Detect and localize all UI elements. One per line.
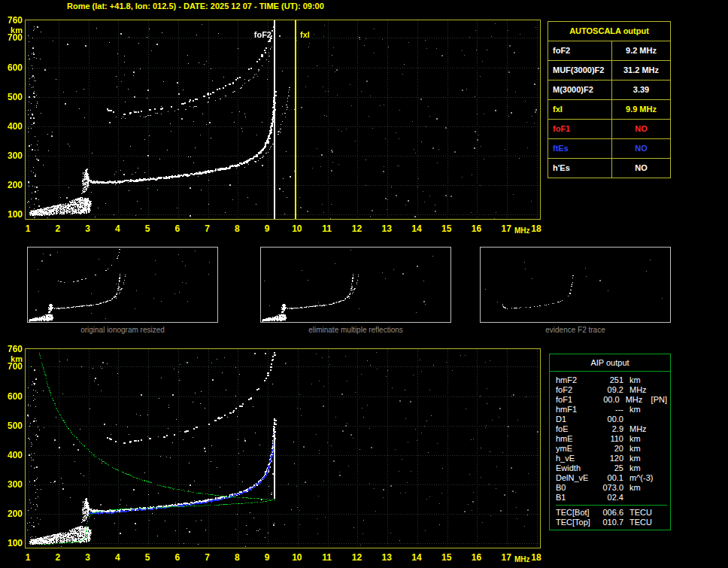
aip-cell-n: TEC[Bot] [556,508,598,518]
aip-cell-n: DelN_vE [556,473,598,483]
autoscala-row-hes: h'EsNO [548,158,670,178]
aip-row-hmf2: hmF2251km [556,375,667,385]
aip-cell-n: TEC[Top] [556,518,598,527]
autoscala-row-label: fxI [548,100,611,119]
aip-cell-u: MHz [629,424,655,434]
x-axis-tick: 11 [319,552,335,563]
aip-cell-n: Ewidth [556,463,598,473]
autoscala-row-value: 9.9 MHz [611,100,670,119]
aip-cell-u: MHz [626,395,650,405]
y-axis-tick: 500 [2,92,23,102]
autoscala-row-value: 3.39 [611,80,670,99]
aip-cell-n: hmE [556,434,598,444]
aip-row-hmf1: hmF1---km [556,405,667,415]
x-axis-tick: 5 [139,552,156,563]
aip-cell-v: 2.9 [598,424,623,434]
aip-row-b1: B102.4 [556,493,667,503]
aip-cell-v: 20 [598,444,623,454]
aip-cell-u: km [629,444,655,454]
aip-row-delnve: DelN_vE00.1m^(-3) [556,473,667,483]
autoscala-row-fxi: fxI9.9 MHz [548,99,670,119]
aip-cell-v: 02.4 [598,493,623,503]
autoscala-row-value: NO [611,120,670,138]
aip-row-fof2: foF209.2MHz [556,385,667,395]
autoscala-screen: Rome (lat: +41.8, lon: 012.5) - DATE: 20… [0,0,728,568]
x-axis-tick: 16 [468,223,484,234]
aip-cell-n: foF1 [556,395,596,405]
aip-cell-v: 251 [598,375,623,385]
x-axis-tick: 12 [348,552,365,563]
aip-row-hve: h_vE120km [556,454,667,463]
x-axis-tick: 1 [20,223,36,234]
y-axis-tick: 700 [2,32,23,43]
aip-cell-n: B0 [556,483,598,493]
aip-cell-n: hmF1 [556,405,598,415]
autoscala-row-value: 9.2 MHz [611,41,670,60]
aip-cell-u: km [629,434,655,444]
y-axis-tick: 100 [2,538,23,548]
thumbnail-multiple-reflections [260,247,451,323]
aip-row-hme: hmE110km [556,434,667,444]
x-axis-tick: 4 [109,223,126,234]
y-axis-tick: 300 [2,150,23,161]
aip-cell-n: foE [556,424,598,434]
x-axis-tick: 2 [50,552,66,563]
ionogram-bottom-canvas [26,349,540,548]
autoscala-row-value: 31.2 MHz [611,61,670,80]
aip-cell-v: 09.2 [598,385,623,395]
y-axis-tick: 200 [2,509,23,519]
x-axis-tick: 9 [259,223,275,234]
x-axis-tick: 10 [289,552,305,563]
autoscala-row-value: NO [611,139,670,158]
aip-row-yme: ymE20km [556,444,667,454]
x-axis-tick: 3 [80,552,96,563]
aip-cell-v: 00.1 [598,473,623,483]
autoscala-output-table: AUTOSCALA output foF29.2 MHzMUF(3000)F23… [548,21,671,178]
x-axis-tick: 7 [199,223,216,234]
aip-panel-title: AIP output [550,354,670,372]
autoscala-row-label: MUF(3000)F2 [548,61,611,80]
autoscala-row-label: M(3000)F2 [548,80,611,99]
aip-cell-u: km [629,483,655,493]
aip-cell-v: 110 [598,434,623,444]
thumbnail-f2-trace [480,247,671,323]
x-axis-tick: 10 [289,223,305,234]
aip-tec-separator [556,505,667,506]
thumbnail-f2-canvas [481,248,670,322]
x-axis-tick: 14 [408,552,425,563]
aip-cell-u: MHz [629,385,655,395]
y-axis-tick: 500 [2,421,23,431]
x-axis-tick: 5 [139,223,156,234]
aip-cell-u: km [629,375,655,385]
aip-cell-u: m^(-3) [629,473,655,483]
x-axis-tick: 17 [498,223,514,234]
aip-cell-n: hmF2 [556,375,598,385]
aip-row-tecbot: TEC[Bot]006.6TECU [556,508,667,518]
y-axis-tick: 700 [2,361,23,372]
x-axis-tick: 4 [109,552,126,563]
x-axis-tick: 18 [528,552,544,563]
aip-row-d1: D100.0 [556,415,667,424]
thumbnail-original-ionogram [27,247,218,323]
thumbnail-caption-original: original ionogram resized [27,326,218,334]
aip-cell-u: TECU [629,508,655,518]
y-axis-tick: 400 [2,450,23,460]
aip-cell-u [629,493,655,503]
x-axis-tick: 11 [319,223,335,234]
foF2-marker-label: foF2 [247,30,271,39]
x-axis-tick: 18 [528,223,544,234]
autoscala-row-label: foF2 [548,41,611,60]
x-axis-tick: 6 [169,223,186,234]
autoscala-row-value: NO [611,159,670,178]
x-axis-tick: 12 [348,223,365,234]
aip-row-foe: foE2.9MHz [556,424,667,434]
thumbnail-reflections-canvas [261,248,450,322]
aip-cell-u: TECU [629,518,655,527]
aip-cell-x: [PN] [651,395,667,405]
aip-cell-v: 00.0 [596,395,620,405]
aip-cell-v: 073.0 [598,483,623,493]
aip-cell-n: D1 [556,415,598,424]
x-axis-tick: 13 [378,223,395,234]
aip-cell-v: 006.6 [598,508,623,518]
x-axis-tick: 3 [80,223,96,234]
